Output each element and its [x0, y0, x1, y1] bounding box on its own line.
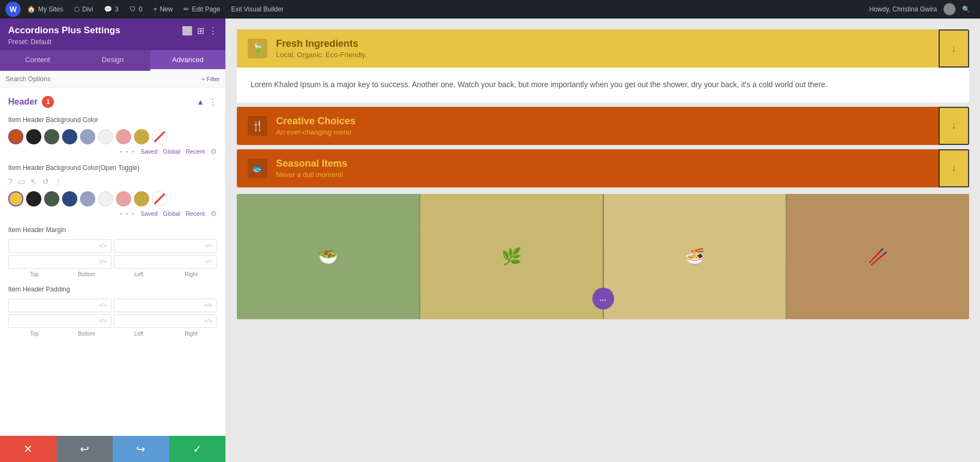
wp-admin-bar: W 🏠 My Sites ⬡ Divi 💬 3 🗨 0 + New ✏ Edit…	[0, 0, 980, 19]
color-swatch-black[interactable]	[26, 129, 41, 144]
grid-icon[interactable]: ⊞	[197, 26, 204, 36]
color-swatches-bg	[8, 129, 217, 144]
accordion-fresh-ingredients: 🍃 Fresh Ingredients Local. Organic. Eco-…	[237, 29, 969, 102]
accordion-title-creative: Creative Choices	[276, 115, 958, 127]
section-header: Header 1 ▲ ⋮	[8, 96, 217, 108]
color-swatch-white2[interactable]	[98, 191, 113, 206]
accordion-header-seasonal[interactable]: 🐟 Seasonal Items Never a dull moment! ↓	[237, 149, 969, 187]
color-swatch-active[interactable]	[8, 129, 23, 144]
color-swatch-yellow-active[interactable]	[8, 191, 23, 206]
margin-top-input[interactable]: </>	[8, 239, 112, 253]
color-swatch-darkgreen[interactable]	[44, 129, 59, 144]
fish-icon: 🐟	[252, 162, 264, 174]
collapse-icon[interactable]: ▲	[197, 98, 204, 106]
wp-bar-item-new[interactable]: + New	[149, 3, 177, 15]
padding-bottom-input[interactable]: </>	[114, 299, 217, 312]
food-image-section: 🥗 🌿 🍜 🥢 ...	[237, 194, 969, 319]
search-input[interactable]	[5, 75, 197, 83]
panel-title: Accordions Plus Settings	[8, 25, 120, 36]
tab-design[interactable]: Design	[75, 50, 150, 71]
tab-content[interactable]: Content	[0, 50, 75, 71]
padding-inputs: </> </> </> </>	[8, 299, 217, 328]
filter-button[interactable]: + Filter	[201, 76, 220, 82]
wp-bar-item-divi[interactable]: ⬡ Divi	[70, 3, 97, 15]
panel-header: Accordions Plus Settings ⬜ ⊞ ⋮ Preset: D…	[0, 19, 225, 50]
color-swatch-pink2[interactable]	[116, 191, 131, 206]
color-swatch-lavender2[interactable]	[80, 191, 95, 206]
bottom-bar: ✕ ↩ ↪ ✓	[0, 436, 225, 462]
search-icon-btn[interactable]: 🔍	[958, 3, 975, 15]
wp-logo-icon[interactable]: W	[5, 2, 21, 17]
margin-left-input[interactable]: </>	[8, 255, 112, 269]
padding-left-input[interactable]: </>	[8, 314, 112, 328]
icon-tools-row: ? ▭ ↖ ↺ ⋮	[8, 177, 217, 186]
accordion-header-fresh[interactable]: 🍃 Fresh Ingredients Local. Organic. Eco-…	[237, 29, 969, 68]
color-swatch-pink[interactable]	[116, 129, 131, 144]
accordion-text-creative: Creative Choices An ever-changing menu	[276, 115, 958, 136]
gear-icon[interactable]: ⚙	[210, 147, 217, 156]
tab-advanced[interactable]: Advanced	[150, 50, 225, 71]
margin-right-input[interactable]: </>	[114, 255, 217, 269]
accordion-subtitle-creative: An ever-changing menu	[276, 128, 958, 136]
undo-button[interactable]: ↩	[57, 436, 113, 462]
color-swatch-lavender[interactable]	[80, 129, 95, 144]
gear-icon2[interactable]: ⚙	[210, 209, 217, 218]
accordion-arrow-fresh[interactable]: ↓	[939, 29, 969, 68]
wp-bar-item-comments[interactable]: 💬 3	[100, 3, 123, 15]
wp-bar-item-edit-page[interactable]: ✏ Edit Page	[179, 3, 224, 15]
padding-top-input[interactable]: </>	[8, 299, 112, 312]
floating-action-btn[interactable]: ...	[592, 288, 614, 309]
save-button[interactable]: ✓	[169, 436, 226, 462]
redo-button[interactable]: ↪	[113, 436, 169, 462]
cursor-icon[interactable]: ↖	[30, 177, 37, 186]
divi-icon: ⬡	[74, 5, 79, 13]
color-swatch-none2[interactable]	[152, 191, 167, 206]
accordion-text-fresh: Fresh Ingredients Local. Organic. Eco-Fr…	[276, 38, 958, 59]
wp-bar-item-messages[interactable]: 🗨 0	[125, 3, 147, 15]
tablet-icon[interactable]: ▭	[18, 177, 25, 186]
wp-bar-user[interactable]: Howdy, Christina Gwira	[865, 3, 941, 15]
home-icon: 🏠	[27, 5, 35, 13]
saved-tag2[interactable]: Saved	[140, 210, 157, 217]
color-swatch-white[interactable]	[98, 129, 113, 144]
message-icon: 🗨	[130, 5, 136, 13]
accordion-seasonal-items: 🐟 Seasonal Items Never a dull moment! ↓	[237, 149, 969, 187]
user-avatar	[944, 3, 955, 15]
padding-right-input[interactable]: </>	[114, 314, 217, 328]
dots-icon[interactable]: ⋮	[209, 26, 217, 36]
accordion-body-fresh: Lorem Khaled Ipsum is a major key to suc…	[237, 68, 969, 102]
color-dots2: • • •	[120, 210, 135, 217]
color-swatch-gold[interactable]	[134, 129, 149, 144]
minimize-icon[interactable]: ⬜	[182, 26, 193, 36]
wp-bar-right: Howdy, Christina Gwira 🔍	[865, 3, 975, 15]
wp-bar-item-exit-builder[interactable]: Exit Visual Builder	[226, 3, 288, 15]
color-swatch-blue[interactable]	[62, 129, 77, 144]
cancel-button[interactable]: ✕	[0, 436, 57, 462]
color-swatch-none[interactable]	[152, 129, 167, 144]
more-icon[interactable]: ⋮	[54, 177, 62, 186]
wp-bar-item-mysites[interactable]: 🏠 My Sites	[23, 3, 68, 15]
color-meta-bg-open: • • • Saved Global Recent ⚙	[8, 209, 217, 218]
color-swatch-blue2[interactable]	[62, 191, 77, 206]
color-swatch-darkgreen2[interactable]	[44, 191, 59, 206]
right-content: 🍃 Fresh Ingredients Local. Organic. Eco-…	[226, 19, 980, 462]
reset-icon[interactable]: ↺	[42, 177, 49, 186]
margin-labels: Top Bottom Left Right	[8, 271, 217, 277]
panel-preset[interactable]: Preset: Default	[8, 38, 217, 46]
color-swatch-gold2[interactable]	[134, 191, 149, 206]
padding-labels: Top Bottom Left Right	[8, 331, 217, 337]
section-menu-icon[interactable]: ⋮	[209, 97, 217, 107]
global-tag[interactable]: Global	[163, 148, 180, 155]
color-swatch-black2[interactable]	[26, 191, 41, 206]
global-tag2[interactable]: Global	[163, 210, 180, 217]
accordion-header-creative[interactable]: 🍴 Creative Choices An ever-changing menu…	[237, 107, 969, 145]
setting-label-bg: Item Header Background Color	[8, 116, 217, 124]
saved-tag[interactable]: Saved	[140, 148, 157, 155]
accordion-arrow-seasonal[interactable]: ↓	[939, 149, 969, 187]
recent-tag[interactable]: Recent	[186, 148, 205, 155]
accordion-arrow-creative[interactable]: ↓	[939, 107, 969, 145]
margin-bottom-input[interactable]: </>	[114, 239, 217, 253]
panel-content: Header 1 ▲ ⋮ Item Header Background Colo…	[0, 88, 225, 436]
help-icon[interactable]: ?	[8, 177, 13, 186]
recent-tag2[interactable]: Recent	[186, 210, 205, 217]
